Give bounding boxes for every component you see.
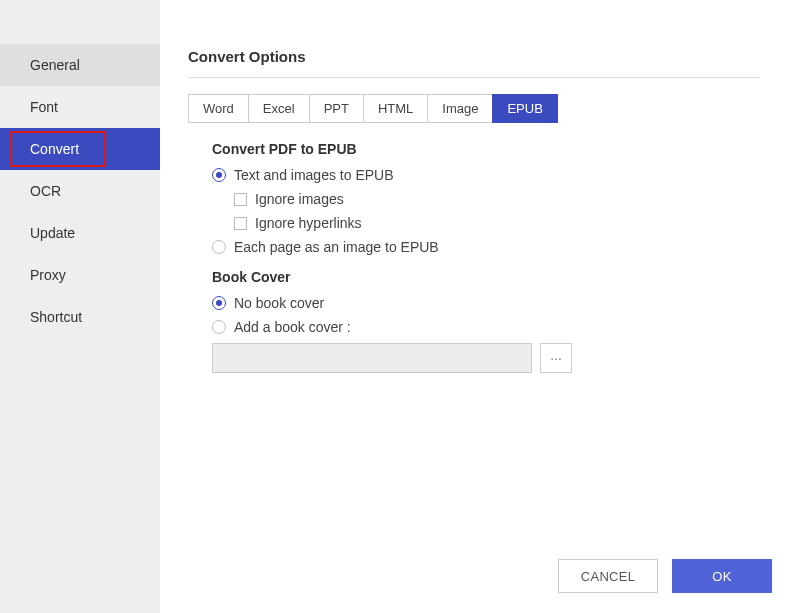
- option-ignore-images[interactable]: Ignore images: [212, 191, 760, 207]
- radio-icon: [212, 296, 226, 310]
- sidebar-item-label: Proxy: [30, 267, 66, 283]
- ellipsis-icon: ···: [550, 350, 562, 366]
- sidebar-item-ocr[interactable]: OCR: [0, 170, 160, 212]
- option-no-cover[interactable]: No book cover: [212, 295, 760, 311]
- sidebar-item-general[interactable]: General: [0, 44, 160, 86]
- tab-word[interactable]: Word: [188, 94, 249, 123]
- section-title-cover: Book Cover: [212, 269, 760, 285]
- sidebar-item-label: OCR: [30, 183, 61, 199]
- radio-icon: [212, 240, 226, 254]
- option-ignore-hyperlinks[interactable]: Ignore hyperlinks: [212, 215, 760, 231]
- option-label: Add a book cover :: [234, 319, 351, 335]
- option-text-images[interactable]: Text and images to EPUB: [212, 167, 760, 183]
- sidebar-item-label: Convert: [30, 141, 79, 157]
- checkbox-icon: [234, 217, 247, 230]
- option-add-cover[interactable]: Add a book cover :: [212, 319, 760, 335]
- format-tabs: Word Excel PPT HTML Image EPUB: [188, 94, 760, 123]
- radio-icon: [212, 320, 226, 334]
- tab-ppt[interactable]: PPT: [309, 94, 364, 123]
- sidebar: General Font Convert OCR Update Proxy Sh…: [0, 0, 160, 613]
- sidebar-item-label: General: [30, 57, 80, 73]
- sidebar-item-update[interactable]: Update: [0, 212, 160, 254]
- cover-path-row: ···: [212, 343, 760, 373]
- sidebar-item-shortcut[interactable]: Shortcut: [0, 296, 160, 338]
- sidebar-item-label: Font: [30, 99, 58, 115]
- section-title-convert: Convert PDF to EPUB: [212, 141, 760, 157]
- main-panel: Convert Options Word Excel PPT HTML Imag…: [160, 0, 800, 613]
- option-label: No book cover: [234, 295, 324, 311]
- tab-excel[interactable]: Excel: [248, 94, 310, 123]
- sidebar-item-convert[interactable]: Convert: [0, 128, 160, 170]
- option-label: Ignore hyperlinks: [255, 215, 362, 231]
- sidebar-item-label: Shortcut: [30, 309, 82, 325]
- radio-icon: [212, 168, 226, 182]
- option-label: Ignore images: [255, 191, 344, 207]
- option-each-page-image[interactable]: Each page as an image to EPUB: [212, 239, 760, 255]
- option-label: Text and images to EPUB: [234, 167, 394, 183]
- divider: [188, 77, 760, 78]
- footer: CANCEL OK: [558, 559, 772, 593]
- tab-image[interactable]: Image: [427, 94, 493, 123]
- sidebar-item-proxy[interactable]: Proxy: [0, 254, 160, 296]
- tab-epub[interactable]: EPUB: [492, 94, 557, 123]
- convert-section: Convert PDF to EPUB Text and images to E…: [188, 123, 760, 373]
- cover-path-input[interactable]: [212, 343, 532, 373]
- sidebar-item-font[interactable]: Font: [0, 86, 160, 128]
- options-window: ✕ General Font Convert OCR Update Proxy …: [0, 0, 800, 613]
- cancel-button[interactable]: CANCEL: [558, 559, 658, 593]
- option-label: Each page as an image to EPUB: [234, 239, 439, 255]
- page-title: Convert Options: [188, 48, 760, 65]
- tab-html[interactable]: HTML: [363, 94, 428, 123]
- checkbox-icon: [234, 193, 247, 206]
- browse-button[interactable]: ···: [540, 343, 572, 373]
- ok-button[interactable]: OK: [672, 559, 772, 593]
- sidebar-item-label: Update: [30, 225, 75, 241]
